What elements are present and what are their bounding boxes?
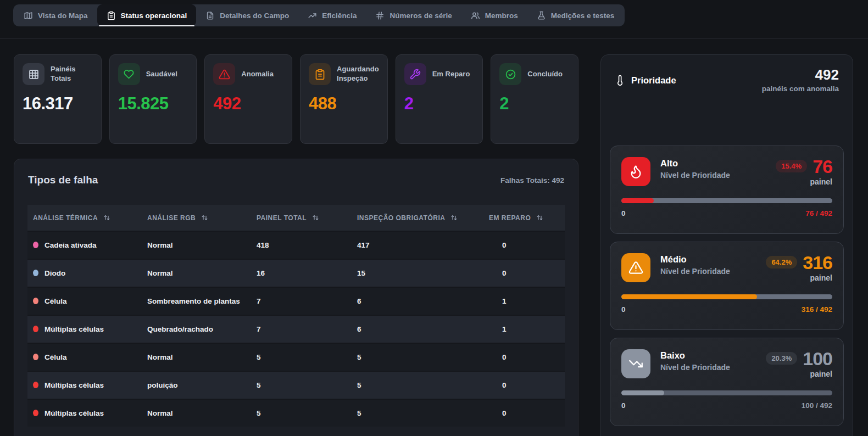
thermal-cell: Múltiplas células [27,315,142,343]
repair-cell: 0 [483,343,565,371]
priority-card-baixo: BaixoNível de Prioridade20.3%100painel01… [610,338,844,426]
repair-cell: 1 [483,315,565,343]
priority-levels: AltoNível de Prioridade15.4%76painel076 … [610,146,844,426]
priority-card-titles: MédioNível de Prioridade [660,254,730,276]
tab-membros[interactable]: Membros [461,4,527,26]
sort-icon[interactable] [536,214,544,222]
progress-min-label: 0 [621,305,626,314]
stat-card-paineis-totais: Painéis Totais16.317 [14,54,102,144]
total-cell: 7 [251,315,352,343]
inspection-cell: 15 [352,259,483,287]
stat-card-header: Anomalia [213,63,283,85]
repair-cell: 0 [483,371,565,399]
stat-value: 492 [213,94,283,114]
thermal-label: Cadeia ativada [44,241,97,249]
stat-label: Aguardando Inspeção [337,65,379,83]
status-dot [33,298,38,304]
tab-medicoes-e-testes[interactable]: Medições e testes [527,4,624,26]
inspection-cell: 6 [352,315,483,343]
thermal-label: Célula [44,297,67,305]
tab-label: Números de série [390,12,452,20]
inspection-cell: 6 [352,287,483,315]
stat-value: 488 [309,94,379,114]
stat-label: Concluído [527,70,563,79]
thermal-label: Múltiplas células [44,381,104,389]
check-circle-icon [499,63,521,85]
sort-icon[interactable] [103,214,111,222]
priority-card-values: 15.4%76painel [776,157,832,186]
main-content: Painéis Totais16.317Saudável15.825Anomal… [14,54,853,436]
progress-bar-fill [621,390,664,395]
alert-triangle-icon [621,253,650,282]
flame-icon [621,157,650,186]
status-dot [33,410,38,416]
status-dot [33,270,38,276]
rgb-cell: Quebrado/rachado [142,315,251,343]
priority-total-sublabel: painéis com anomalia [762,85,839,93]
tab-vista-do-mapa[interactable]: Vista do Mapa [14,4,97,26]
tab-label: Medições e testes [551,12,615,20]
column-header-1[interactable]: ANÁLISE TÉRMICA [27,205,142,231]
progress-bar-track [621,390,832,395]
rgb-cell: Normal [142,231,251,259]
tab-eficiencia[interactable]: Eficiência [298,4,366,26]
progress-fraction-label: 76 / 492 [805,209,832,217]
rgb-cell: poluição [142,371,251,399]
stat-card-em-reparo: Em Reparo2 [396,54,483,144]
inspection-cell: 5 [352,343,483,371]
progress-labels: 0316 / 492 [621,305,832,314]
file-icon [205,11,215,20]
priority-panel-header: Prioridade 492 painéis com anomalia [610,67,844,93]
fault-table-wrap: ANÁLISE TÉRMICAANÁLISE RGBPAINEL TOTALIN… [27,205,565,427]
heart-icon [118,63,140,85]
table-row: Múltiplas célulasQuebrado/rachado761 [27,315,565,343]
priority-card-titles: BaixoNível de Prioridade [660,350,730,372]
stat-label: Anomalia [241,70,274,79]
inspection-cell: 5 [352,399,483,427]
trend-down-icon [621,349,650,378]
column-label: ANÁLISE TÉRMICA [33,214,98,222]
repair-cell: 0 [483,399,565,427]
thermal-cell: Cadeia ativada [27,231,142,259]
sort-icon[interactable] [450,214,458,222]
tab-numeros-de-serie[interactable]: Números de série [366,4,461,26]
column-header-5[interactable]: EM REPARO [483,205,565,231]
fault-table-header: Tipos de falha Falhas Totais: 492 [27,172,565,188]
priority-title: Prioridade [631,75,676,86]
stat-label: Saudável [146,70,177,79]
clipboard-icon [107,11,116,20]
map-icon [24,11,33,20]
column-header-4[interactable]: INSPEÇÃO OBRIGATÓRIA [352,205,483,231]
sort-icon[interactable] [201,214,209,222]
priority-level-name: Médio [660,254,730,265]
total-cell: 5 [251,343,352,371]
sort-icon[interactable] [311,214,320,222]
percentage-badge: 20.3% [766,352,797,365]
repair-cell: 1 [483,287,565,315]
table-row: DiodoNormal16150 [27,259,565,287]
total-cell: 5 [251,371,352,399]
tab-status-operacional[interactable]: Status operacional [97,4,197,26]
priority-title-wrap: Prioridade [615,75,676,86]
thermal-label: Múltiplas células [44,409,104,417]
priority-card-top: BaixoNível de Prioridade20.3%100painel [621,349,832,378]
tab-detalhes-do-campo[interactable]: Detalhes do Campo [196,4,298,26]
rgb-cell: Normal [142,259,251,287]
percentage-badge: 15.4% [776,160,807,172]
column-label: EM REPARO [489,214,531,222]
thermal-cell: Célula [27,343,142,371]
priority-card-top: MédioNível de Prioridade64.2%316painel [621,253,832,282]
table-row: CélulaNormal550 [27,343,565,371]
priority-level-name: Baixo [660,350,730,361]
users-icon [471,11,480,20]
total-cell: 7 [251,287,352,315]
priority-card-medio: MédioNível de Prioridade64.2%316painel03… [610,242,844,330]
column-header-3[interactable]: PAINEL TOTAL [251,205,352,231]
priority-card-titles: AltoNível de Prioridade [660,158,730,180]
status-dot [33,382,38,388]
column-header-2[interactable]: ANÁLISE RGB [142,205,251,231]
thermal-label: Célula [44,353,67,361]
thermal-cell: Múltiplas células [27,371,142,399]
stat-value: 15.825 [118,94,188,114]
stat-card-header: Concluído [499,63,570,85]
